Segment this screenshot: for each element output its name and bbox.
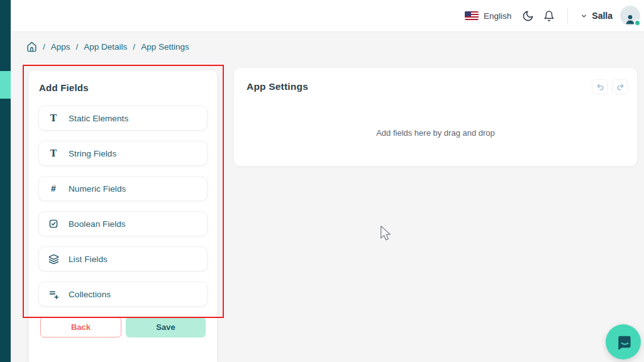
checkbox-icon — [48, 219, 59, 229]
app-settings-card: App Settings Ad — [234, 68, 637, 166]
field-item-label: List Fields — [69, 255, 108, 264]
list-plus-icon — [48, 289, 59, 300]
field-item-static-elements[interactable]: T Static Elements — [38, 106, 208, 131]
back-button[interactable]: Back — [40, 317, 121, 337]
chat-launcher-button[interactable] — [606, 324, 641, 359]
field-item-boolean-fields[interactable]: Boolean Fields — [38, 211, 208, 236]
field-item-label: String Fields — [69, 149, 116, 158]
redo-icon — [616, 83, 625, 91]
us-flag-icon — [465, 11, 479, 20]
dark-mode-toggle[interactable] — [522, 10, 534, 22]
user-menu[interactable]: Salla — [580, 11, 613, 21]
save-button[interactable]: Save — [126, 317, 206, 337]
undo-icon — [596, 83, 604, 91]
breadcrumb: / Apps / App Details / App Settings — [26, 41, 189, 52]
hash-icon: # — [48, 184, 59, 194]
home-icon[interactable] — [26, 41, 37, 52]
field-item-label: Numeric Fields — [69, 184, 126, 194]
language-label: English — [484, 11, 511, 21]
chevron-down-icon — [580, 13, 587, 19]
breadcrumb-app-details[interactable]: App Details — [84, 42, 127, 52]
history-buttons — [592, 79, 628, 94]
notifications-button[interactable] — [543, 10, 555, 22]
app-settings-title: App Settings — [247, 81, 308, 92]
field-item-list-fields[interactable]: List Fields — [38, 246, 208, 272]
app-settings-header: App Settings — [234, 68, 637, 94]
field-item-label: Static Elements — [69, 114, 128, 123]
redo-button[interactable] — [612, 79, 628, 94]
online-status-dot — [634, 19, 641, 26]
user-name: Salla — [592, 11, 613, 21]
field-item-label: Boolean Fields — [69, 219, 126, 229]
field-item-numeric-fields[interactable]: # Numeric Fields — [38, 176, 208, 201]
language-selector[interactable]: English — [465, 11, 511, 21]
breadcrumb-separator: / — [43, 42, 45, 52]
field-item-string-fields[interactable]: T String Fields — [38, 141, 208, 166]
field-item-label: Collections — [69, 290, 111, 299]
breadcrumb-apps[interactable]: Apps — [51, 42, 70, 52]
topbar-divider — [567, 8, 568, 24]
app-window: English Salla — [0, 0, 644, 362]
add-fields-panel: Add Fields T Static Elements T String Fi… — [29, 70, 217, 362]
left-nav-rail — [0, 0, 11, 362]
breadcrumb-app-settings[interactable]: App Settings — [141, 42, 189, 52]
undo-button[interactable] — [592, 79, 608, 94]
text-icon: T — [48, 148, 59, 158]
field-item-collections[interactable]: Collections — [38, 282, 208, 307]
avatar[interactable] — [620, 6, 640, 26]
add-fields-title: Add Fields — [29, 70, 217, 93]
layers-icon — [48, 254, 59, 265]
breadcrumb-separator: / — [76, 42, 79, 52]
breadcrumb-separator: / — [133, 42, 135, 52]
dropzone[interactable]: Add fields here by drag and drop — [234, 128, 637, 138]
text-icon: T — [48, 113, 59, 123]
chat-bubble-icon — [615, 334, 632, 351]
moon-icon — [522, 10, 534, 22]
mouse-cursor — [380, 226, 392, 243]
field-list: T Static Elements T String Fields # Nume… — [29, 93, 217, 307]
panel-actions: Back Save — [29, 317, 217, 337]
top-bar: English Salla — [11, 0, 644, 31]
nav-active-indicator[interactable] — [0, 71, 11, 99]
bell-icon — [543, 10, 555, 22]
